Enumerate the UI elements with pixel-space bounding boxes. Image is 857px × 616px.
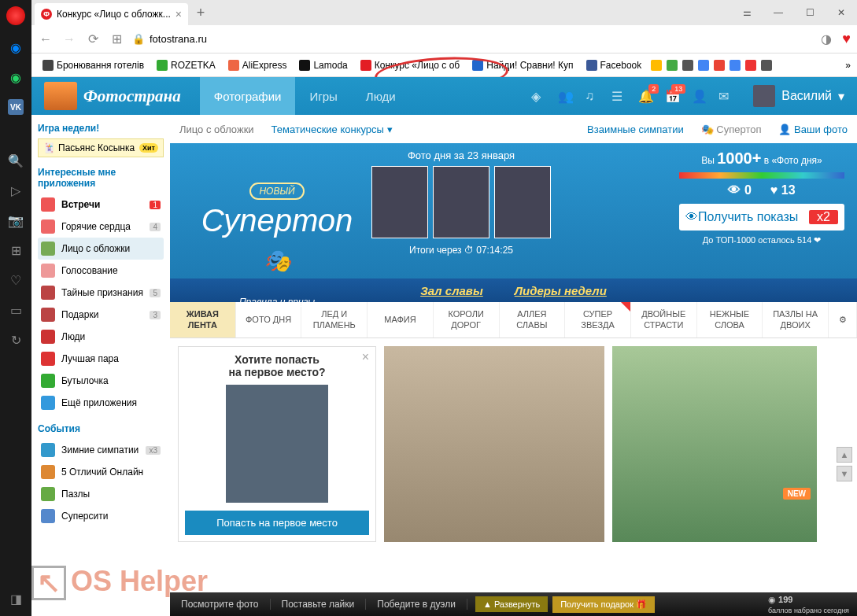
leaders-link[interactable]: Лидеры недели <box>515 284 607 297</box>
back-button[interactable]: ← <box>38 31 54 47</box>
category-tab[interactable]: ЖИВАЯЛЕНТА <box>170 302 236 338</box>
game-week-item[interactable]: 🃏 Пасьянс Косынка Хит <box>38 138 164 157</box>
whatsapp-icon[interactable]: ◉ <box>8 69 24 85</box>
bookmark-icon[interactable] <box>651 60 662 71</box>
bookmark-item[interactable]: AliExpress <box>223 57 292 73</box>
photo-thumb[interactable] <box>433 166 489 238</box>
bookmark-item[interactable]: Конкурс «Лицо с об <box>356 57 464 73</box>
category-tab[interactable]: НЕЖНЫЕСЛОВА <box>697 302 763 338</box>
site-logo[interactable]: Фотострана <box>44 82 181 110</box>
bookmark-item[interactable]: Lamoda <box>294 57 352 73</box>
subnav-link[interactable]: Лицо с обложки <box>179 124 254 135</box>
bookmark-icon[interactable] <box>745 60 756 71</box>
subnav-supertop[interactable]: 🎭 Супертоп <box>701 124 762 135</box>
close-tab-icon[interactable]: × <box>175 8 182 20</box>
vk-icon[interactable]: VK <box>8 99 24 115</box>
sidebar-item[interactable]: Подарки3 <box>38 304 164 326</box>
list-icon[interactable]: ☰ <box>611 89 626 103</box>
bottom-item[interactable]: Победите в дуэли <box>366 599 467 610</box>
photo-thumb[interactable] <box>494 166 551 238</box>
maximize-button[interactable]: ☐ <box>794 1 826 24</box>
gear-icon[interactable]: ⚙ <box>829 302 857 338</box>
reload-button[interactable]: ⟳ <box>85 31 101 47</box>
bookmark-icon[interactable] <box>682 60 693 71</box>
bookmark-icon[interactable] <box>714 60 725 71</box>
gift-button[interactable]: Получить подарок 🎁 <box>552 596 655 613</box>
heart-icon[interactable]: ♡ <box>8 272 24 288</box>
close-window-button[interactable]: ✕ <box>826 1 857 24</box>
feed-photo[interactable] <box>384 346 604 542</box>
get-views-button[interactable]: 👁 Получить показы x2 <box>679 204 844 231</box>
bookmark-icon[interactable] <box>698 60 709 71</box>
nav-item[interactable]: Фотографии <box>200 77 296 115</box>
category-tab[interactable]: КОРОЛИДОРОГ <box>434 302 500 338</box>
adblock-icon[interactable]: ◑ <box>818 31 834 47</box>
scroll-up-button[interactable]: ▲ <box>837 447 852 463</box>
bottom-item[interactable]: Посмотрите фото <box>170 599 271 610</box>
scroll-down-button[interactable]: ▼ <box>837 466 852 481</box>
sidebar-item[interactable]: Горячие сердца4 <box>38 216 164 238</box>
sidebar-item[interactable]: Люди <box>38 326 164 348</box>
bookmark-icon[interactable] <box>667 60 678 71</box>
hall-of-fame-link[interactable]: Зал славы <box>420 284 483 297</box>
bookmark-item[interactable]: ROZETKA <box>152 57 220 73</box>
history-icon[interactable]: ↻ <box>8 332 24 348</box>
forward-button[interactable]: → <box>61 31 77 47</box>
subnav-link[interactable]: Тематические конкурсы ▾ <box>272 124 393 135</box>
close-icon[interactable]: × <box>362 350 369 364</box>
sidebar-item[interactable]: Суперсити <box>38 505 164 527</box>
more-bookmarks-icon[interactable]: » <box>845 60 851 71</box>
sidebar-item[interactable]: Зимние симпатииx3 <box>38 439 164 461</box>
photo-thumb[interactable] <box>371 166 428 238</box>
subnav-your-photo[interactable]: 👤 Ваши фото <box>778 124 848 135</box>
people-icon[interactable]: 👤 <box>692 89 706 103</box>
minimize-button[interactable]: — <box>763 1 794 24</box>
expand-panel-icon[interactable]: ◨ <box>8 591 24 607</box>
user-menu[interactable]: Василий ▾ <box>753 85 844 107</box>
calendar-icon[interactable]: 📅13 <box>665 89 679 103</box>
category-tab[interactable]: АЛЛЕЯСЛАВЫ <box>500 302 566 338</box>
category-tab[interactable]: ПАЗЛЫ НАДВОИХ <box>763 302 829 338</box>
news-icon[interactable]: ▭ <box>8 302 24 318</box>
sidebar-item[interactable]: Лицо с обложки <box>38 238 164 260</box>
home-button[interactable]: ⊞ <box>109 31 124 47</box>
subnav-link[interactable]: Взаимные симпатии <box>587 124 684 135</box>
apps-icon[interactable]: ⊞ <box>8 242 24 258</box>
friends-icon[interactable]: 👥 <box>558 89 572 103</box>
send-icon[interactable]: ▷ <box>8 183 24 198</box>
promo-button[interactable]: Попасть на первое место <box>185 511 369 535</box>
category-tab[interactable]: ДВОЙНЫЕСТРАСТИ <box>631 302 697 338</box>
bookmark-heart-icon[interactable]: ♥ <box>842 31 851 47</box>
bookmark-item[interactable]: Facebook <box>582 57 647 73</box>
url-input[interactable]: 🔒 fotostrana.ru <box>132 33 811 45</box>
browser-tab[interactable]: Ф Конкурс «Лицо с обложк... × <box>35 3 188 25</box>
bottom-item[interactable]: Поставьте лайки <box>271 599 367 610</box>
expand-button[interactable]: ▲ Развернуть <box>475 596 548 612</box>
sidebar-item[interactable]: 5 Отличий Онлайн <box>38 461 164 483</box>
bookmark-icon[interactable] <box>761 60 772 71</box>
sidebar-item[interactable]: Встречи1 <box>38 194 164 216</box>
bell-icon[interactable]: 🔔2 <box>638 89 652 103</box>
messenger-icon[interactable]: ◉ <box>8 39 24 55</box>
sidebar-item[interactable]: Лучшая пара <box>38 348 164 370</box>
feed-photo[interactable]: NEW <box>612 346 817 542</box>
sidebar-item[interactable]: Тайные признания5 <box>38 282 164 304</box>
bookmark-item[interactable]: Бронювання готелів <box>38 57 149 73</box>
camera-icon[interactable]: 📷 <box>8 212 24 228</box>
bookmark-item[interactable]: Найди! Сравни! Куп <box>467 57 578 73</box>
nav-item[interactable]: Игры <box>295 77 351 115</box>
menu-icon[interactable]: ⚌ <box>731 1 763 24</box>
shield-icon[interactable]: ◈ <box>531 89 545 103</box>
mail-icon[interactable]: ✉ <box>718 89 733 103</box>
nav-item[interactable]: Люди <box>352 77 410 115</box>
new-tab-button[interactable]: + <box>191 3 210 22</box>
category-tab[interactable]: СУПЕРЗВЕЗДА <box>565 302 631 338</box>
bookmark-icon[interactable] <box>730 60 741 71</box>
sidebar-item[interactable]: Пазлы <box>38 483 164 505</box>
search-icon[interactable]: 🔍 <box>8 153 24 168</box>
category-tab[interactable]: МАФИЯ <box>368 302 434 338</box>
sidebar-item[interactable]: Ещё приложения <box>38 392 164 414</box>
sidebar-item[interactable]: Бутылочка <box>38 370 164 392</box>
sidebar-item[interactable]: Голосование <box>38 260 164 282</box>
rules-link[interactable]: Правила и призы <box>239 297 315 308</box>
